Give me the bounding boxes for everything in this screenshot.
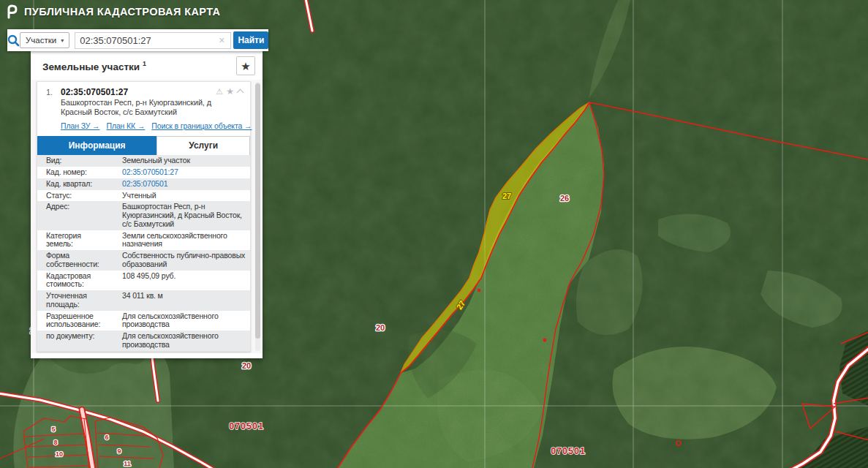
result-count: 1 [143, 60, 146, 67]
result-tabs: Информация Услуги [37, 136, 250, 155]
chevron-down-icon: ▾ [61, 37, 64, 44]
app-title: ПУБЛИЧНАЯ КАДАСТРОВАЯ КАРТА [24, 6, 220, 18]
table-row: Категория земель: Земли сельскохозяйстве… [37, 230, 250, 251]
result-index: 1. [46, 88, 61, 97]
map-label-village-10[interactable]: 10 [56, 450, 63, 458]
table-row: Вид: Земельный участок [37, 155, 250, 167]
map-label-village-9[interactable]: 9 [117, 448, 121, 455]
table-row: Кад. номер: 02:35:070501:27 [37, 167, 250, 178]
cadastral-number-link[interactable]: 02:35:070501:27 [122, 167, 178, 176]
cadastral-quarter-link[interactable]: 02:35:070501 [122, 179, 167, 188]
panel-header: Земельные участки 1 ★ [31, 51, 263, 80]
map-label-parcel-26[interactable]: 26 [560, 194, 569, 203]
scrollbar-thumb[interactable] [255, 83, 260, 339]
search-category-dropdown[interactable]: Участки ▾ [20, 32, 69, 48]
result-card-icons: ⚠ ★ [216, 86, 244, 97]
results-scrollbar[interactable] [255, 82, 260, 351]
map-label-village-6[interactable]: 6 [105, 434, 108, 441]
collapse-chevron-icon[interactable] [237, 89, 244, 97]
tab-information[interactable]: Информация [37, 136, 156, 155]
table-row: Кад. квартал: 02:35:070501 [37, 178, 250, 190]
panel-title: Земельные участки 1 [42, 60, 146, 72]
plan-kk-link[interactable]: План КК → [106, 121, 145, 130]
map-label-village-5[interactable]: 5 [51, 426, 55, 433]
search-submit-button[interactable]: Найти [233, 31, 268, 49]
table-row: Уточненная площадь: 34 011 кв. м [37, 290, 250, 311]
map-label-quarter-west[interactable]: 070501 [229, 421, 264, 431]
map-label-village-11[interactable]: 11 [124, 460, 131, 467]
result-card[interactable]: 1. 02:35:070501:27 ⚠ ★ Башкортостан Респ… [37, 81, 251, 352]
map-label-parcel-27[interactable]: 27 [502, 192, 511, 200]
search-category-label: Участки [26, 36, 56, 45]
app-header: ПУБЛИЧНАЯ КАДАСТРОВАЯ КАРТА [6, 4, 220, 19]
rosreestr-logo-icon [6, 4, 19, 19]
map-label-parcel-20-forest[interactable]: 20 [242, 361, 251, 370]
results-list: 1. 02:35:070501:27 ⚠ ★ Башкортостан Респ… [31, 80, 263, 353]
result-links: План ЗУ → План КК → Поиск в границах объ… [61, 121, 243, 130]
star-icon: ★ [241, 60, 250, 72]
table-row: по документу: Для сельскохозяйственного … [37, 331, 250, 351]
star-icon[interactable]: ★ [226, 86, 234, 97]
table-row: Статус: Учтенный [37, 190, 250, 202]
search-bar: Участки ▾ × Найти [7, 29, 268, 51]
search-icon[interactable] [7, 34, 20, 47]
search-input-wrap: × [75, 32, 231, 49]
plan-zu-link[interactable]: План ЗУ → [61, 121, 99, 130]
favorites-button[interactable]: ★ [236, 56, 255, 75]
table-row: Кадастровая стоимость: 108 495,09 руб. [37, 271, 250, 291]
map-label-quarter-east[interactable]: 070501 [551, 446, 586, 456]
search-in-bounds-link[interactable]: Поиск в границах объекта → [151, 121, 252, 130]
table-row: Форма собственности: Собственность публи… [37, 250, 250, 271]
tab-services[interactable]: Услуги [156, 136, 250, 155]
parcel-info-table: Вид: Земельный участок Кад. номер: 02:35… [37, 155, 250, 350]
map-label-parcel-20-field[interactable]: 20 [376, 323, 385, 332]
app: 27 27 26 20 20 21 070501 070501 5 8 10 6… [0, 0, 868, 468]
warning-icon[interactable]: ⚠ [216, 87, 223, 97]
result-address: Башкортостан Респ, р-н Куюргазинский, д … [61, 98, 240, 116]
clear-search-icon[interactable]: × [213, 34, 230, 46]
search-input[interactable] [75, 35, 213, 46]
table-row: Адрес: Башкортостан Респ, р-н Куюргазинс… [37, 201, 250, 230]
result-cadastral-number: 02:35:070501:27 [61, 87, 128, 97]
map-label-village-8[interactable]: 8 [53, 439, 57, 446]
results-panel: Земельные участки 1 ★ 1. 02:35:070501:27… [31, 51, 263, 358]
table-row: Разрешенное использование: Для сельскохо… [37, 311, 250, 331]
